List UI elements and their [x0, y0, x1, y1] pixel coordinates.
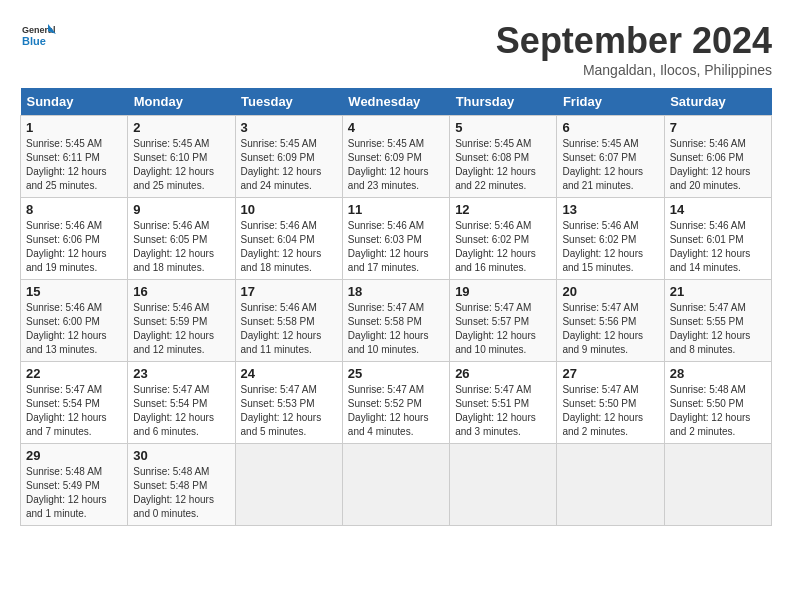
day-number: 8	[26, 202, 122, 217]
day-detail: Sunrise: 5:46 AM Sunset: 6:02 PM Dayligh…	[455, 219, 551, 275]
day-detail: Sunrise: 5:46 AM Sunset: 5:58 PM Dayligh…	[241, 301, 337, 357]
day-detail: Sunrise: 5:48 AM Sunset: 5:49 PM Dayligh…	[26, 465, 122, 521]
calendar-cell: 30Sunrise: 5:48 AM Sunset: 5:48 PM Dayli…	[128, 444, 235, 526]
calendar-cell: 25Sunrise: 5:47 AM Sunset: 5:52 PM Dayli…	[342, 362, 449, 444]
day-detail: Sunrise: 5:46 AM Sunset: 6:04 PM Dayligh…	[241, 219, 337, 275]
calendar-cell: 3Sunrise: 5:45 AM Sunset: 6:09 PM Daylig…	[235, 116, 342, 198]
day-detail: Sunrise: 5:47 AM Sunset: 5:57 PM Dayligh…	[455, 301, 551, 357]
day-number: 21	[670, 284, 766, 299]
day-number: 27	[562, 366, 658, 381]
calendar-cell: 15Sunrise: 5:46 AM Sunset: 6:00 PM Dayli…	[21, 280, 128, 362]
calendar-cell: 17Sunrise: 5:46 AM Sunset: 5:58 PM Dayli…	[235, 280, 342, 362]
month-title: September 2024	[496, 20, 772, 62]
logo: General Blue	[20, 20, 56, 56]
day-number: 26	[455, 366, 551, 381]
calendar-cell: 5Sunrise: 5:45 AM Sunset: 6:08 PM Daylig…	[450, 116, 557, 198]
calendar-cell: 21Sunrise: 5:47 AM Sunset: 5:55 PM Dayli…	[664, 280, 771, 362]
col-tuesday: Tuesday	[235, 88, 342, 116]
day-number: 30	[133, 448, 229, 463]
calendar-table: SundayMondayTuesdayWednesdayThursdayFrid…	[20, 88, 772, 526]
calendar-header-row: SundayMondayTuesdayWednesdayThursdayFrid…	[21, 88, 772, 116]
day-number: 20	[562, 284, 658, 299]
day-number: 4	[348, 120, 444, 135]
day-number: 19	[455, 284, 551, 299]
day-number: 3	[241, 120, 337, 135]
calendar-cell: 7Sunrise: 5:46 AM Sunset: 6:06 PM Daylig…	[664, 116, 771, 198]
day-detail: Sunrise: 5:47 AM Sunset: 5:56 PM Dayligh…	[562, 301, 658, 357]
calendar-week-row: 15Sunrise: 5:46 AM Sunset: 6:00 PM Dayli…	[21, 280, 772, 362]
day-number: 22	[26, 366, 122, 381]
calendar-cell: 9Sunrise: 5:46 AM Sunset: 6:05 PM Daylig…	[128, 198, 235, 280]
day-detail: Sunrise: 5:48 AM Sunset: 5:50 PM Dayligh…	[670, 383, 766, 439]
day-detail: Sunrise: 5:46 AM Sunset: 6:06 PM Dayligh…	[670, 137, 766, 193]
day-detail: Sunrise: 5:47 AM Sunset: 5:54 PM Dayligh…	[133, 383, 229, 439]
calendar-cell	[557, 444, 664, 526]
day-number: 17	[241, 284, 337, 299]
calendar-cell: 29Sunrise: 5:48 AM Sunset: 5:49 PM Dayli…	[21, 444, 128, 526]
calendar-cell: 8Sunrise: 5:46 AM Sunset: 6:06 PM Daylig…	[21, 198, 128, 280]
logo-svg: General Blue	[20, 20, 56, 56]
calendar-cell: 26Sunrise: 5:47 AM Sunset: 5:51 PM Dayli…	[450, 362, 557, 444]
col-thursday: Thursday	[450, 88, 557, 116]
col-friday: Friday	[557, 88, 664, 116]
day-detail: Sunrise: 5:47 AM Sunset: 5:51 PM Dayligh…	[455, 383, 551, 439]
calendar-cell	[664, 444, 771, 526]
location-subtitle: Mangaldan, Ilocos, Philippines	[496, 62, 772, 78]
calendar-week-row: 22Sunrise: 5:47 AM Sunset: 5:54 PM Dayli…	[21, 362, 772, 444]
day-detail: Sunrise: 5:45 AM Sunset: 6:11 PM Dayligh…	[26, 137, 122, 193]
calendar-cell	[342, 444, 449, 526]
day-number: 12	[455, 202, 551, 217]
calendar-cell: 23Sunrise: 5:47 AM Sunset: 5:54 PM Dayli…	[128, 362, 235, 444]
day-number: 28	[670, 366, 766, 381]
day-number: 14	[670, 202, 766, 217]
calendar-cell: 22Sunrise: 5:47 AM Sunset: 5:54 PM Dayli…	[21, 362, 128, 444]
day-number: 24	[241, 366, 337, 381]
calendar-cell: 11Sunrise: 5:46 AM Sunset: 6:03 PM Dayli…	[342, 198, 449, 280]
calendar-cell: 12Sunrise: 5:46 AM Sunset: 6:02 PM Dayli…	[450, 198, 557, 280]
calendar-cell: 14Sunrise: 5:46 AM Sunset: 6:01 PM Dayli…	[664, 198, 771, 280]
day-detail: Sunrise: 5:46 AM Sunset: 6:05 PM Dayligh…	[133, 219, 229, 275]
page-header: General Blue September 2024 Mangaldan, I…	[20, 20, 772, 78]
title-block: September 2024 Mangaldan, Ilocos, Philip…	[496, 20, 772, 78]
col-wednesday: Wednesday	[342, 88, 449, 116]
calendar-week-row: 29Sunrise: 5:48 AM Sunset: 5:49 PM Dayli…	[21, 444, 772, 526]
day-number: 23	[133, 366, 229, 381]
day-detail: Sunrise: 5:45 AM Sunset: 6:09 PM Dayligh…	[348, 137, 444, 193]
calendar-cell: 2Sunrise: 5:45 AM Sunset: 6:10 PM Daylig…	[128, 116, 235, 198]
calendar-cell: 28Sunrise: 5:48 AM Sunset: 5:50 PM Dayli…	[664, 362, 771, 444]
day-number: 15	[26, 284, 122, 299]
calendar-cell: 6Sunrise: 5:45 AM Sunset: 6:07 PM Daylig…	[557, 116, 664, 198]
day-number: 9	[133, 202, 229, 217]
calendar-cell: 13Sunrise: 5:46 AM Sunset: 6:02 PM Dayli…	[557, 198, 664, 280]
calendar-cell: 1Sunrise: 5:45 AM Sunset: 6:11 PM Daylig…	[21, 116, 128, 198]
calendar-cell	[235, 444, 342, 526]
day-detail: Sunrise: 5:47 AM Sunset: 5:55 PM Dayligh…	[670, 301, 766, 357]
calendar-cell: 4Sunrise: 5:45 AM Sunset: 6:09 PM Daylig…	[342, 116, 449, 198]
day-detail: Sunrise: 5:45 AM Sunset: 6:10 PM Dayligh…	[133, 137, 229, 193]
day-number: 2	[133, 120, 229, 135]
calendar-week-row: 1Sunrise: 5:45 AM Sunset: 6:11 PM Daylig…	[21, 116, 772, 198]
day-detail: Sunrise: 5:47 AM Sunset: 5:53 PM Dayligh…	[241, 383, 337, 439]
day-number: 10	[241, 202, 337, 217]
day-number: 25	[348, 366, 444, 381]
day-number: 13	[562, 202, 658, 217]
day-detail: Sunrise: 5:45 AM Sunset: 6:09 PM Dayligh…	[241, 137, 337, 193]
day-detail: Sunrise: 5:47 AM Sunset: 5:50 PM Dayligh…	[562, 383, 658, 439]
col-sunday: Sunday	[21, 88, 128, 116]
day-number: 16	[133, 284, 229, 299]
day-detail: Sunrise: 5:46 AM Sunset: 6:00 PM Dayligh…	[26, 301, 122, 357]
day-number: 7	[670, 120, 766, 135]
calendar-cell: 18Sunrise: 5:47 AM Sunset: 5:58 PM Dayli…	[342, 280, 449, 362]
day-detail: Sunrise: 5:47 AM Sunset: 5:52 PM Dayligh…	[348, 383, 444, 439]
day-detail: Sunrise: 5:46 AM Sunset: 6:06 PM Dayligh…	[26, 219, 122, 275]
day-detail: Sunrise: 5:45 AM Sunset: 6:07 PM Dayligh…	[562, 137, 658, 193]
calendar-cell: 27Sunrise: 5:47 AM Sunset: 5:50 PM Dayli…	[557, 362, 664, 444]
day-detail: Sunrise: 5:46 AM Sunset: 6:03 PM Dayligh…	[348, 219, 444, 275]
day-detail: Sunrise: 5:46 AM Sunset: 6:01 PM Dayligh…	[670, 219, 766, 275]
day-number: 11	[348, 202, 444, 217]
svg-text:Blue: Blue	[22, 35, 46, 47]
day-detail: Sunrise: 5:46 AM Sunset: 5:59 PM Dayligh…	[133, 301, 229, 357]
calendar-cell: 16Sunrise: 5:46 AM Sunset: 5:59 PM Dayli…	[128, 280, 235, 362]
col-saturday: Saturday	[664, 88, 771, 116]
day-number: 18	[348, 284, 444, 299]
